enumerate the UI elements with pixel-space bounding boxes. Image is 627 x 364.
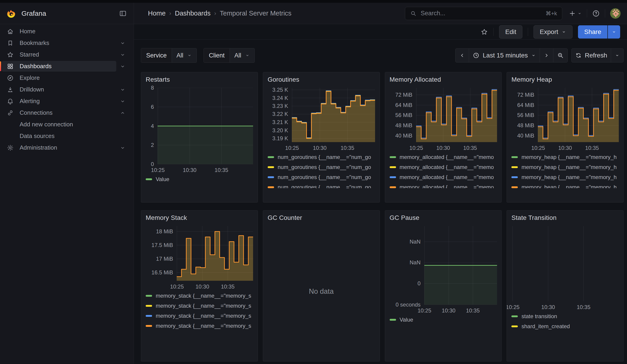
sidebar-item-connections[interactable]: Connections [0,107,134,119]
sidebar-item-label: Connections [20,109,120,116]
panel-title: State Transition [511,214,619,221]
legend-label: memory_heap {__name__="memory_h [522,174,617,180]
y-axis: 86420 [146,88,157,164]
zoom-out-icon [557,52,564,59]
share-split-button: Share [578,25,620,39]
panel-title: Memory Stack [146,214,253,221]
variable-value-dropdown[interactable]: All [230,48,255,62]
legend-item[interactable]: shard_item_created [511,323,619,330]
panel-memory-stack: Memory Stack18 MiB17.5 MiB17 MiB16.5 MiB… [141,210,258,362]
legend-item[interactable]: memory_stack {__name__="memory_s [146,293,253,299]
legend-item[interactable]: num_goroutines {__name__="num_go [268,154,375,160]
y-axis: 3.25 K3.24 K3.23 K3.22 K3.21 K3.20 K3.19… [268,88,292,142]
chart-area: 72 MiB64 MiB56 MiB48 MiB40 MiB [390,88,497,142]
variable-value: All [176,52,183,59]
refresh-interval-button[interactable] [611,48,624,62]
nav-left-section: Grafana [0,3,134,24]
legend-item[interactable]: memory_heap {__name__="memory_h [511,164,619,170]
time-forward-button[interactable] [540,48,553,62]
legend-item[interactable]: state transition [511,313,619,319]
sidebar-item-administration[interactable]: Administration [0,142,134,154]
panel-goroutines: Goroutines3.25 K3.24 K3.23 K3.22 K3.21 K… [263,72,380,203]
variable-label: Service [141,48,172,62]
drilldown-icon [7,86,14,93]
legend-item[interactable]: num_goroutines {__name__="num_go [268,174,375,180]
legend-item[interactable]: memory_stack {__name__="memory_s [146,313,253,319]
x-tick-label: 10:30 [183,167,197,173]
brand-title: Grafana [21,9,46,17]
x-tick-label: 10:35 [341,145,354,151]
sidebar-collapse-button[interactable] [118,9,128,18]
sidebar-item-dashboards[interactable]: Dashboards [0,60,134,72]
legend-label: num_goroutines {__name__="num_go [278,154,371,160]
favorite-button[interactable] [481,28,488,36]
legend-item[interactable]: Value [390,316,497,323]
x-tick-label: 10:25 [418,308,431,314]
legend: Value [146,176,253,186]
export-button-label: Export [540,28,558,36]
sidebar-item-alerting[interactable]: Alerting [0,95,134,107]
time-controls: Last 15 minutes Refresh [455,48,624,62]
share-button-label: Share [584,28,601,36]
time-zoom-out-button[interactable] [553,48,568,62]
sidebar-item-home[interactable]: Home [0,26,134,37]
legend-label: shard_item_created [522,323,570,330]
refresh-button[interactable]: Refresh [571,48,611,62]
export-button[interactable]: Export [533,25,573,39]
legend-item[interactable]: memory_allocated {__name__="memo [390,174,497,180]
legend-item[interactable]: memory_allocated {__name__="memo [390,184,497,188]
new-button[interactable] [569,10,582,17]
sidebar-item-starred[interactable]: Starred [0,49,134,60]
chart-area: 86420 [146,88,253,164]
legend-item[interactable]: num_goroutines {__name__="num_go [268,184,375,188]
sidebar-item-label: Administration [20,144,120,151]
share-menu-button[interactable] [608,25,620,39]
breadcrumb-item-dashboards[interactable]: Dashboards [175,9,210,17]
sidebar-subitem-data-sources[interactable]: Data sources [0,130,134,142]
variable-value-dropdown[interactable]: All [172,48,197,62]
chevron-down-icon [615,53,620,58]
time-range-picker[interactable]: Last 15 minutes [469,48,540,62]
filters-row: ServiceAllClientAll Last 15 minutes [141,48,624,63]
compass-icon [7,75,14,81]
time-back-button[interactable] [455,48,469,62]
chevron-down-icon [120,52,125,57]
legend-series-color [511,166,518,168]
y-tick-label: 3.19 K [272,135,288,142]
variable-value: All [234,52,241,59]
y-tick-label: 3.25 K [272,87,288,93]
legend-item[interactable]: memory_allocated {__name__="memo [390,154,497,160]
variable-label: Client [204,48,230,62]
x-tick-label: 10:35 [463,145,477,151]
sidebar-subitem-add-new-connection[interactable]: Add new connection [0,119,134,130]
y-axis: 72 MiB64 MiB56 MiB48 MiB40 MiB [390,88,416,142]
sidebar-item-bookmarks[interactable]: Bookmarks [0,37,134,49]
help-button[interactable] [592,9,600,17]
legend-item[interactable]: memory_stack {__name__="memory_s [146,323,253,329]
legend-item[interactable]: num_goroutines {__name__="num_go [268,164,375,170]
share-button[interactable]: Share [578,25,607,39]
legend-series-color [390,156,396,158]
chart-plot [157,88,253,164]
breadcrumb-item-home[interactable]: Home [148,9,165,17]
x-tick-label: 10:30 [195,283,209,290]
legend-label: memory_heap {__name__="memory_h [522,164,617,170]
legend-item[interactable]: memory_heap {__name__="memory_h [511,154,619,160]
legend-item[interactable]: memory_stack {__name__="memory_s [146,303,253,309]
avatar[interactable] [610,8,621,19]
chevron-left-icon [459,52,465,58]
legend-item[interactable]: memory_allocated {__name__="memo [390,164,497,170]
search-box[interactable]: ⌘+k [405,7,562,20]
sidebar-item-drilldown[interactable]: Drilldown [0,84,134,95]
sidebar-item-explore[interactable]: Explore [0,72,134,84]
grafana-logo[interactable] [6,8,16,19]
legend-item[interactable]: Value [146,176,253,182]
divider [493,28,494,36]
legend-item[interactable]: memory_heap {__name__="memory_h [511,174,619,180]
chart-area: 3.25 K3.24 K3.23 K3.22 K3.21 K3.20 K3.19… [268,88,375,142]
legend-item[interactable]: memory_heap {__name__="memory_h [511,184,619,188]
search-input[interactable] [420,9,542,17]
y-tick-label: 3.20 K [272,127,288,134]
edit-button[interactable]: Edit [499,25,522,39]
legend-series-color [268,176,274,178]
